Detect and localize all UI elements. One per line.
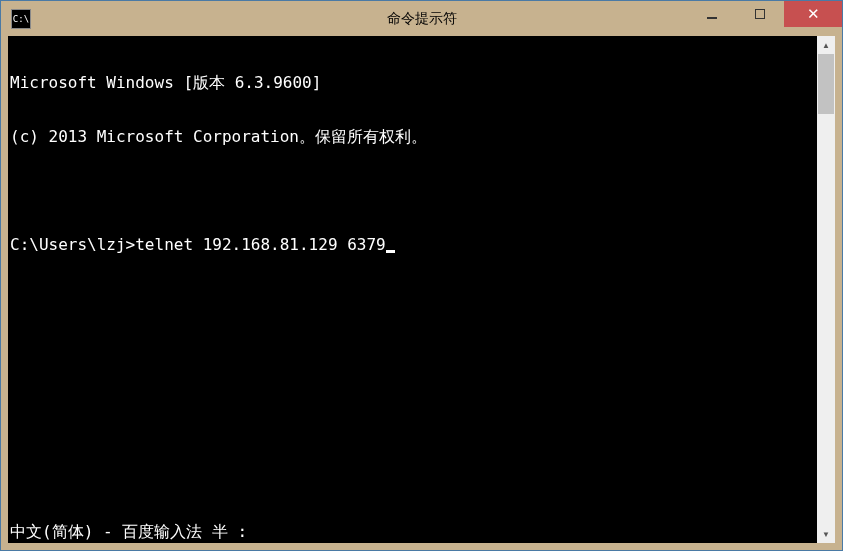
scrollbar[interactable]: ▲ ▼ (817, 36, 835, 543)
terminal[interactable]: Microsoft Windows [版本 6.3.9600] (c) 2013… (8, 36, 835, 543)
terminal-line (10, 182, 833, 200)
terminal-prompt-line: C:\Users\lzj>telnet 192.168.81.129 6379 (10, 236, 833, 254)
scroll-thumb[interactable] (818, 54, 834, 114)
chevron-down-icon: ▼ (822, 530, 830, 539)
window-controls: ✕ (688, 1, 842, 27)
chevron-up-icon: ▲ (822, 41, 830, 50)
ime-status: 中文(简体) - 百度输入法 半 : (10, 523, 247, 541)
close-icon: ✕ (807, 5, 820, 23)
scroll-up-button[interactable]: ▲ (817, 36, 835, 54)
titlebar[interactable]: C:\ 命令提示符 ✕ (1, 1, 842, 36)
scroll-track[interactable] (817, 54, 835, 525)
terminal-line-text: C:\Users\lzj>telnet 192.168.81.129 6379 (10, 235, 386, 254)
minimize-button[interactable] (688, 1, 736, 27)
window-title: 命令提示符 (387, 10, 457, 28)
terminal-wrapper: Microsoft Windows [版本 6.3.9600] (c) 2013… (8, 36, 835, 543)
cursor (386, 250, 395, 253)
maximize-button[interactable] (736, 1, 784, 27)
terminal-line: (c) 2013 Microsoft Corporation。保留所有权利。 (10, 128, 833, 146)
maximize-icon (755, 9, 765, 19)
scroll-down-button[interactable]: ▼ (817, 525, 835, 543)
terminal-line: Microsoft Windows [版本 6.3.9600] (10, 74, 833, 92)
minimize-icon (707, 17, 717, 19)
close-button[interactable]: ✕ (784, 1, 842, 27)
app-icon: C:\ (11, 9, 31, 29)
